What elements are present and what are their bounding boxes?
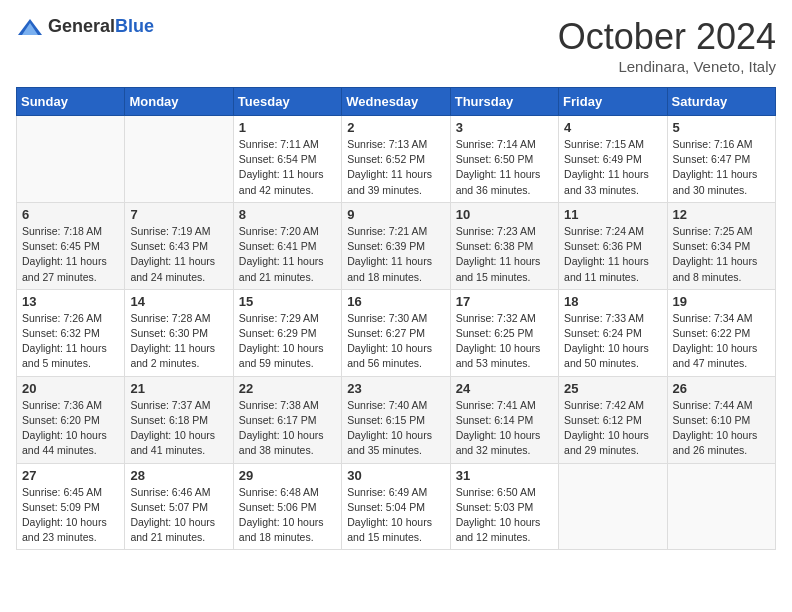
day-number: 23 <box>347 381 444 396</box>
calendar-cell: 9Sunrise: 7:21 AM Sunset: 6:39 PM Daylig… <box>342 202 450 289</box>
calendar-cell: 3Sunrise: 7:14 AM Sunset: 6:50 PM Daylig… <box>450 116 558 203</box>
logo: GeneralBlue <box>16 16 154 37</box>
day-number: 20 <box>22 381 119 396</box>
day-info: Sunrise: 7:29 AM Sunset: 6:29 PM Dayligh… <box>239 311 336 372</box>
calendar-cell: 2Sunrise: 7:13 AM Sunset: 6:52 PM Daylig… <box>342 116 450 203</box>
day-number: 21 <box>130 381 227 396</box>
day-info: Sunrise: 7:41 AM Sunset: 6:14 PM Dayligh… <box>456 398 553 459</box>
calendar-cell: 6Sunrise: 7:18 AM Sunset: 6:45 PM Daylig… <box>17 202 125 289</box>
day-info: Sunrise: 7:20 AM Sunset: 6:41 PM Dayligh… <box>239 224 336 285</box>
location: Lendinara, Veneto, Italy <box>558 58 776 75</box>
logo-icon <box>16 17 44 37</box>
day-number: 8 <box>239 207 336 222</box>
calendar-week: 13Sunrise: 7:26 AM Sunset: 6:32 PM Dayli… <box>17 289 776 376</box>
calendar-cell: 29Sunrise: 6:48 AM Sunset: 5:06 PM Dayli… <box>233 463 341 550</box>
day-info: Sunrise: 7:18 AM Sunset: 6:45 PM Dayligh… <box>22 224 119 285</box>
calendar-cell: 26Sunrise: 7:44 AM Sunset: 6:10 PM Dayli… <box>667 376 775 463</box>
title-block: October 2024 Lendinara, Veneto, Italy <box>558 16 776 75</box>
header-day: Tuesday <box>233 88 341 116</box>
calendar-cell: 24Sunrise: 7:41 AM Sunset: 6:14 PM Dayli… <box>450 376 558 463</box>
header-day: Wednesday <box>342 88 450 116</box>
calendar-week: 20Sunrise: 7:36 AM Sunset: 6:20 PM Dayli… <box>17 376 776 463</box>
header-row: SundayMondayTuesdayWednesdayThursdayFrid… <box>17 88 776 116</box>
day-number: 10 <box>456 207 553 222</box>
day-info: Sunrise: 7:44 AM Sunset: 6:10 PM Dayligh… <box>673 398 770 459</box>
day-info: Sunrise: 7:25 AM Sunset: 6:34 PM Dayligh… <box>673 224 770 285</box>
calendar-cell: 17Sunrise: 7:32 AM Sunset: 6:25 PM Dayli… <box>450 289 558 376</box>
day-info: Sunrise: 7:38 AM Sunset: 6:17 PM Dayligh… <box>239 398 336 459</box>
day-number: 4 <box>564 120 661 135</box>
day-info: Sunrise: 7:15 AM Sunset: 6:49 PM Dayligh… <box>564 137 661 198</box>
day-number: 9 <box>347 207 444 222</box>
day-number: 15 <box>239 294 336 309</box>
day-info: Sunrise: 7:40 AM Sunset: 6:15 PM Dayligh… <box>347 398 444 459</box>
day-info: Sunrise: 6:48 AM Sunset: 5:06 PM Dayligh… <box>239 485 336 546</box>
day-number: 28 <box>130 468 227 483</box>
day-info: Sunrise: 7:26 AM Sunset: 6:32 PM Dayligh… <box>22 311 119 372</box>
calendar-cell: 8Sunrise: 7:20 AM Sunset: 6:41 PM Daylig… <box>233 202 341 289</box>
logo-blue: Blue <box>115 16 154 36</box>
calendar-cell: 31Sunrise: 6:50 AM Sunset: 5:03 PM Dayli… <box>450 463 558 550</box>
day-number: 2 <box>347 120 444 135</box>
calendar-body: 1Sunrise: 7:11 AM Sunset: 6:54 PM Daylig… <box>17 116 776 550</box>
day-number: 30 <box>347 468 444 483</box>
calendar-cell: 4Sunrise: 7:15 AM Sunset: 6:49 PM Daylig… <box>559 116 667 203</box>
day-number: 17 <box>456 294 553 309</box>
calendar-cell: 13Sunrise: 7:26 AM Sunset: 6:32 PM Dayli… <box>17 289 125 376</box>
day-info: Sunrise: 7:28 AM Sunset: 6:30 PM Dayligh… <box>130 311 227 372</box>
day-number: 3 <box>456 120 553 135</box>
calendar-cell: 25Sunrise: 7:42 AM Sunset: 6:12 PM Dayli… <box>559 376 667 463</box>
calendar-week: 6Sunrise: 7:18 AM Sunset: 6:45 PM Daylig… <box>17 202 776 289</box>
day-info: Sunrise: 7:32 AM Sunset: 6:25 PM Dayligh… <box>456 311 553 372</box>
calendar-cell <box>17 116 125 203</box>
day-info: Sunrise: 7:23 AM Sunset: 6:38 PM Dayligh… <box>456 224 553 285</box>
day-info: Sunrise: 7:33 AM Sunset: 6:24 PM Dayligh… <box>564 311 661 372</box>
calendar-cell: 15Sunrise: 7:29 AM Sunset: 6:29 PM Dayli… <box>233 289 341 376</box>
day-info: Sunrise: 6:45 AM Sunset: 5:09 PM Dayligh… <box>22 485 119 546</box>
calendar-cell: 30Sunrise: 6:49 AM Sunset: 5:04 PM Dayli… <box>342 463 450 550</box>
day-number: 16 <box>347 294 444 309</box>
day-info: Sunrise: 7:37 AM Sunset: 6:18 PM Dayligh… <box>130 398 227 459</box>
calendar-header: SundayMondayTuesdayWednesdayThursdayFrid… <box>17 88 776 116</box>
day-info: Sunrise: 7:24 AM Sunset: 6:36 PM Dayligh… <box>564 224 661 285</box>
day-info: Sunrise: 6:49 AM Sunset: 5:04 PM Dayligh… <box>347 485 444 546</box>
day-number: 31 <box>456 468 553 483</box>
calendar-cell <box>559 463 667 550</box>
calendar-cell: 16Sunrise: 7:30 AM Sunset: 6:27 PM Dayli… <box>342 289 450 376</box>
calendar-cell: 28Sunrise: 6:46 AM Sunset: 5:07 PM Dayli… <box>125 463 233 550</box>
header-day: Friday <box>559 88 667 116</box>
header-day: Thursday <box>450 88 558 116</box>
calendar-cell: 10Sunrise: 7:23 AM Sunset: 6:38 PM Dayli… <box>450 202 558 289</box>
day-number: 12 <box>673 207 770 222</box>
day-info: Sunrise: 7:21 AM Sunset: 6:39 PM Dayligh… <box>347 224 444 285</box>
day-number: 14 <box>130 294 227 309</box>
calendar-cell: 19Sunrise: 7:34 AM Sunset: 6:22 PM Dayli… <box>667 289 775 376</box>
day-info: Sunrise: 7:34 AM Sunset: 6:22 PM Dayligh… <box>673 311 770 372</box>
day-number: 6 <box>22 207 119 222</box>
day-number: 18 <box>564 294 661 309</box>
day-number: 13 <box>22 294 119 309</box>
calendar-cell: 11Sunrise: 7:24 AM Sunset: 6:36 PM Dayli… <box>559 202 667 289</box>
header-day: Monday <box>125 88 233 116</box>
header-day: Sunday <box>17 88 125 116</box>
calendar-cell: 20Sunrise: 7:36 AM Sunset: 6:20 PM Dayli… <box>17 376 125 463</box>
calendar-cell: 18Sunrise: 7:33 AM Sunset: 6:24 PM Dayli… <box>559 289 667 376</box>
day-info: Sunrise: 7:30 AM Sunset: 6:27 PM Dayligh… <box>347 311 444 372</box>
day-number: 24 <box>456 381 553 396</box>
day-info: Sunrise: 6:46 AM Sunset: 5:07 PM Dayligh… <box>130 485 227 546</box>
day-info: Sunrise: 7:14 AM Sunset: 6:50 PM Dayligh… <box>456 137 553 198</box>
calendar-week: 1Sunrise: 7:11 AM Sunset: 6:54 PM Daylig… <box>17 116 776 203</box>
day-info: Sunrise: 6:50 AM Sunset: 5:03 PM Dayligh… <box>456 485 553 546</box>
calendar-cell: 22Sunrise: 7:38 AM Sunset: 6:17 PM Dayli… <box>233 376 341 463</box>
day-number: 26 <box>673 381 770 396</box>
day-number: 1 <box>239 120 336 135</box>
calendar-cell: 5Sunrise: 7:16 AM Sunset: 6:47 PM Daylig… <box>667 116 775 203</box>
logo-general: General <box>48 16 115 36</box>
day-info: Sunrise: 7:13 AM Sunset: 6:52 PM Dayligh… <box>347 137 444 198</box>
day-number: 22 <box>239 381 336 396</box>
day-info: Sunrise: 7:42 AM Sunset: 6:12 PM Dayligh… <box>564 398 661 459</box>
calendar-cell <box>125 116 233 203</box>
day-number: 25 <box>564 381 661 396</box>
calendar-cell <box>667 463 775 550</box>
calendar-cell: 14Sunrise: 7:28 AM Sunset: 6:30 PM Dayli… <box>125 289 233 376</box>
